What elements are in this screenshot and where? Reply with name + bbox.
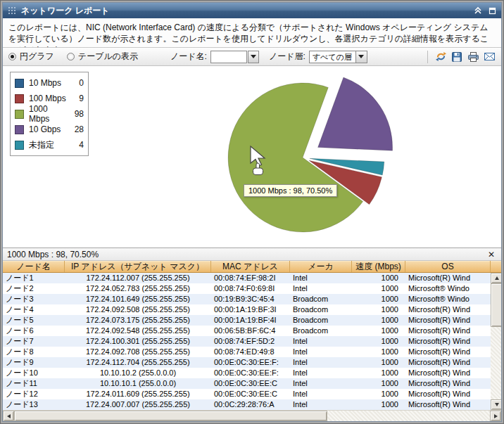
legend-count: 28 <box>75 124 84 134</box>
table-cell: ノード9 <box>3 357 65 368</box>
legend-label: 10 Mbps <box>29 78 61 88</box>
table-cell: 172.24.100.301 (255.255.255) <box>65 336 211 347</box>
maximize-icon[interactable] <box>487 6 497 15</box>
table-row[interactable]: ノード1110.10.10.1 (255.0.0.0)00:0E:0C:30:E… <box>3 378 491 389</box>
radio-table-view[interactable]: テーブルの表示 <box>67 51 138 63</box>
horizontal-scroll-thumb[interactable] <box>14 411 327 421</box>
table-row[interactable]: ノード2172.24.052.783 (255.255.255)00:08:74… <box>3 283 491 294</box>
table-cell: Microsoft(R) Wind <box>405 326 491 336</box>
table-cell: Microsoft(R) Wind <box>405 399 491 410</box>
radio-pie-label: 円グラフ <box>20 51 54 63</box>
table-cell: 1000 <box>352 283 405 294</box>
column-header[interactable]: IP アドレス（サブネット マスク） <box>65 261 211 272</box>
legend-item[interactable]: 未指定4 <box>15 137 84 153</box>
scroll-right-button[interactable] <box>490 411 501 421</box>
table-cell: 172.24.112.007 (255.255.255) <box>65 273 211 283</box>
table-cell: ノード7 <box>3 336 65 347</box>
table-cell: 00:00:1A:19:BF:4I <box>211 315 290 326</box>
table-cell: Intel <box>290 399 352 410</box>
legend-count: 98 <box>75 109 84 119</box>
table-cell: Microsoft® Windo <box>405 283 491 294</box>
pie-chart[interactable] <box>166 66 501 248</box>
column-header[interactable]: メーカ <box>290 261 352 272</box>
table-cell: Microsoft(R) Wind <box>405 357 491 368</box>
save-icon[interactable] <box>451 51 463 63</box>
legend-label: 未指定 <box>29 139 54 151</box>
table-cell: 1000 <box>352 357 405 368</box>
close-icon[interactable]: ✕ <box>486 250 497 259</box>
legend-item[interactable]: 10 Mbps0 <box>15 75 84 91</box>
table-cell: Microsoft(R) Wind <box>405 315 491 326</box>
node-tier-dropdown-button[interactable] <box>355 51 367 63</box>
titlebar[interactable]: ネットワーク レポート <box>3 3 501 18</box>
table-cell: 00:0E:0C:30:EE:C <box>211 378 290 389</box>
table-cell: 1000 <box>352 368 405 378</box>
legend-label: 100 Mbps <box>29 94 66 103</box>
table-row[interactable]: ノード5172.24.073.175 (255.255.255)00:00:1A… <box>3 315 491 326</box>
table-row[interactable]: ノード6172.24.092.548 (255.255.255)00:06:5B… <box>3 326 491 336</box>
vertical-scroll-track[interactable] <box>491 283 502 399</box>
table-cell: Intel <box>290 283 352 294</box>
table-row[interactable]: ノード12172.24.011.609 (255.255.255)00:0E:0… <box>3 389 491 399</box>
node-name-input[interactable] <box>210 51 247 63</box>
legend-swatch <box>15 110 24 119</box>
vertical-scroll-thumb[interactable] <box>491 283 502 327</box>
column-header[interactable]: MAC アドレス <box>211 261 290 272</box>
toolbar: 円グラフ テーブルの表示 ノード名: ノード層: すべての層 <box>3 48 501 66</box>
table-cell: 172.24.092.508 (255.255.255) <box>65 304 211 315</box>
node-tier-value: すべての層 <box>310 51 355 63</box>
table-cell: 00:0E:0C:30:EE:F: <box>211 368 290 378</box>
node-tier-select[interactable]: すべての層 <box>309 51 367 63</box>
table-cell: Broadcom <box>290 294 352 304</box>
table-row[interactable]: ノード1010.10.10.2 (255.0.0.0)00:0E:0C:30:E… <box>3 368 491 378</box>
scroll-up-button[interactable] <box>491 273 502 283</box>
grip-icon <box>7 6 17 15</box>
detail-panel: 1000 Mbps : 98, 70.50% ✕ ノード名IP アドレス（サブネ… <box>3 248 501 421</box>
radio-table-label: テーブルの表示 <box>78 51 138 63</box>
table-cell: 10.10.10.1 (255.0.0.0) <box>65 378 211 389</box>
table-cell: 172.24.073.175 (255.255.255) <box>65 315 211 326</box>
radio-pie-chart[interactable]: 円グラフ <box>8 51 54 63</box>
table-cell: 00:0C:29:28:76:A <box>211 399 290 410</box>
scroll-left-button[interactable] <box>3 411 14 421</box>
email-icon[interactable] <box>483 51 496 63</box>
collapse-icon[interactable] <box>473 6 483 15</box>
horizontal-scroll-track[interactable] <box>14 411 490 421</box>
pie-slice-10 Gbps[interactable] <box>318 77 393 150</box>
table-row[interactable]: ノード3172.24.101.649 (255.255.255)00:19:B9… <box>3 294 491 304</box>
refresh-icon[interactable] <box>434 51 447 63</box>
table-row[interactable]: ノード7172.24.100.301 (255.255.255)00:08:74… <box>3 336 491 347</box>
chart-area: 10 Mbps0100 Mbps91000 Mbps9810 Gbps28未指定… <box>3 66 501 248</box>
table-cell: 10.10.10.2 (255.0.0.0) <box>65 368 211 378</box>
vertical-scrollbar[interactable] <box>491 273 502 410</box>
table-row[interactable]: ノード4172.24.092.508 (255.255.255)00:00:1A… <box>3 304 491 315</box>
legend-count: 4 <box>79 140 84 150</box>
node-name-dropdown-button[interactable] <box>248 51 259 63</box>
window-title: ネットワーク レポート <box>21 5 469 17</box>
chevron-down-icon <box>251 55 256 58</box>
table-cell: 00:0E:0C:30:EE:C <box>211 389 290 399</box>
legend-item[interactable]: 1000 Mbps98 <box>15 106 84 122</box>
horizontal-scrollbar[interactable] <box>3 410 501 421</box>
triangle-up-icon <box>495 276 499 280</box>
legend-swatch <box>15 125 24 134</box>
column-header[interactable]: OS <box>405 261 491 272</box>
column-header[interactable]: 速度 (Mbps) <box>352 261 405 272</box>
table-row[interactable]: ノード8172.24.092.708 (255.255.255)00:08:74… <box>3 347 491 357</box>
table-cell: Microsoft(R) Wind <box>405 304 491 315</box>
column-header[interactable]: ノード名 <box>3 261 65 272</box>
scroll-down-button[interactable] <box>491 399 502 410</box>
legend-swatch <box>15 79 24 88</box>
detail-header: 1000 Mbps : 98, 70.50% ✕ <box>3 248 501 261</box>
table-cell: 00:08:74:ED:49:8 <box>211 347 290 357</box>
table-row[interactable]: ノード1172.24.112.007 (255.255.255)00:08:74… <box>3 273 491 283</box>
table-cell: Intel <box>290 357 352 368</box>
table-cell: 172.24.052.783 (255.255.255) <box>65 283 211 294</box>
table-cell: Microsoft(R) Wind <box>405 273 491 283</box>
print-icon[interactable] <box>467 51 479 63</box>
legend-item[interactable]: 10 Gbps28 <box>15 122 84 137</box>
table-row[interactable]: ノード9172.24.112.704 (255.255.255)00:0E:0C… <box>3 357 491 368</box>
table-header-row: ノード名IP アドレス（サブネット マスク）MAC アドレスメーカ速度 (Mbp… <box>3 261 501 273</box>
table-row[interactable]: ノード13172.24.007.007 (255.255.255)00:0C:2… <box>3 399 491 410</box>
node-name-label: ノード名: <box>170 51 207 63</box>
